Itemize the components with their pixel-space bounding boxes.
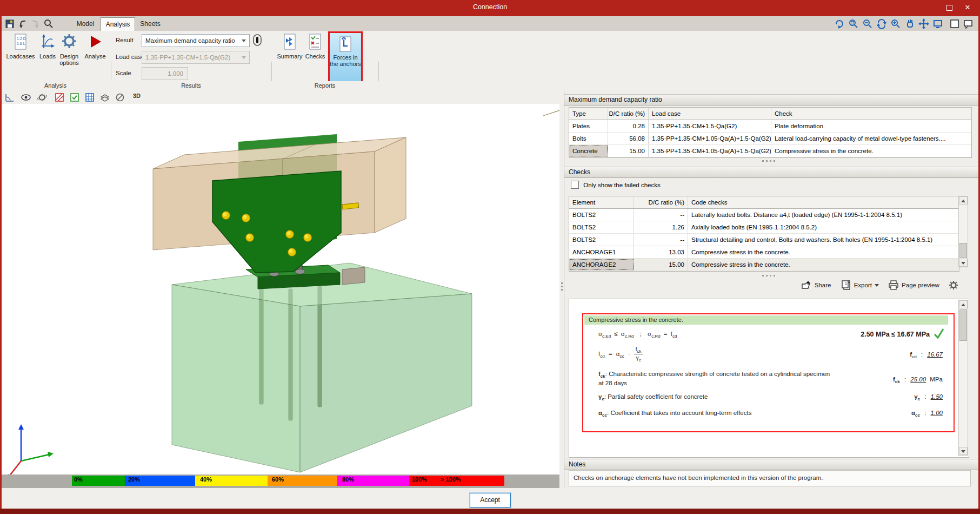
selected-cell[interactable]: Concrete <box>569 145 608 157</box>
stress-plot-icon[interactable] <box>54 92 65 103</box>
tab-analysis[interactable]: Analysis <box>101 17 135 31</box>
horizontal-splitter[interactable] <box>762 160 775 162</box>
checks-button[interactable]: Checks <box>304 32 326 60</box>
orbit-icon[interactable] <box>37 92 48 103</box>
report-settings-button[interactable] <box>949 280 958 290</box>
table-row[interactable]: BOLTS2 -- Laterally loaded bolts. Distan… <box>569 209 959 221</box>
redo-icon[interactable] <box>30 18 41 29</box>
gear-icon <box>949 280 958 290</box>
scale-input[interactable]: 1.000 <box>142 67 188 80</box>
export-label: Export <box>854 282 872 288</box>
tab-model[interactable]: Model <box>72 17 99 30</box>
scroll-up-button[interactable] <box>959 196 968 205</box>
horizontal-splitter[interactable] <box>762 275 775 277</box>
checks-table-header: Element D/C ratio (%) Code checks <box>569 196 959 209</box>
analyse-label: Analyse <box>84 53 105 60</box>
save-icon[interactable] <box>4 18 15 29</box>
tab-sheets[interactable]: Sheets <box>136 17 164 30</box>
report-preview[interactable]: Compressive stress in the concrete. σc,E… <box>569 299 969 458</box>
table-row-selected[interactable]: ANCHORAGE2 15.00 Compressive stress in t… <box>569 259 959 271</box>
table-row[interactable]: Bolts 56.08 1.35·PP+1.35·CM+1.05·Qa(A)+1… <box>569 133 971 145</box>
export-button[interactable]: Export <box>841 280 879 290</box>
column-header: Check <box>771 108 971 120</box>
load-case-dropdown[interactable]: 1.35·PP+1.35·CM+1.5·Qa(G2) <box>142 51 250 64</box>
share-button[interactable]: Share <box>801 280 831 290</box>
param-description: αcc: Coefficient that takes into account… <box>598 410 751 418</box>
results-side-panel: Maximum demand capacity ratio Type D/C r… <box>564 91 979 488</box>
check-result-value: 2.50 MPa ≤ 16.67 MPa <box>861 331 930 338</box>
checkbox[interactable] <box>571 181 579 189</box>
loads-button[interactable]: Loads <box>38 32 57 60</box>
comment-icon[interactable] <box>963 18 974 29</box>
layers-icon[interactable] <box>99 92 110 103</box>
scrollbar-thumb[interactable] <box>959 243 967 258</box>
share-label: Share <box>815 282 831 288</box>
checks-panel-header: Checks <box>564 167 979 178</box>
column-header: Type <box>569 108 608 120</box>
check-plot-icon[interactable] <box>69 92 80 103</box>
concrete-block <box>172 263 472 472</box>
table-row-selected[interactable]: Concrete 15.00 1.35·PP+1.35·CM+1.05·Qa(A… <box>569 145 971 157</box>
analysis-group-label: Analysis <box>0 82 111 89</box>
forces-in-anchors-button[interactable]: Forces in the anchors <box>328 31 363 83</box>
ratio-table-header: Type D/C ratio (%) Load case Check <box>569 108 971 120</box>
checks-icon <box>307 33 323 51</box>
scroll-down-button[interactable] <box>959 447 968 455</box>
load-case-field-label: Load case <box>116 54 144 60</box>
checks-label: Checks <box>305 53 325 60</box>
scroll-up-button[interactable] <box>959 300 968 308</box>
page-preview-button[interactable]: Page preview <box>888 280 939 290</box>
scrollbar-thumb[interactable] <box>959 309 967 341</box>
maximize-button[interactable] <box>941 1 957 14</box>
load-case-dropdown-value: 1.35·PP+1.35·CM+1.5·Qa(G2) <box>145 54 230 61</box>
mesh-grid-icon[interactable] <box>84 92 95 103</box>
vertical-splitter[interactable] <box>559 104 564 488</box>
refresh-view-icon[interactable] <box>876 18 887 29</box>
param-value: fck : 25.00 MPa <box>893 376 943 384</box>
report-scrollbar[interactable] <box>958 300 968 456</box>
table-row[interactable]: BOLTS2 1.26 Axially loaded bolts (EN 199… <box>569 221 959 234</box>
layout-window-icon[interactable] <box>949 18 960 29</box>
zoom-all-icon[interactable] <box>890 18 901 29</box>
scroll-down-button[interactable] <box>959 259 968 267</box>
loadcases-button[interactable]: 1.2 D1.6 L Loadcases <box>3 32 38 60</box>
table-row[interactable]: ANCHORAGE1 13.03 Compressive stress in t… <box>569 246 959 259</box>
zoom-window-icon[interactable] <box>848 18 859 29</box>
3d-view-icon[interactable]: 3D <box>133 93 141 99</box>
scale-input-value: 1.000 <box>168 70 183 77</box>
screen-icon[interactable] <box>932 18 943 29</box>
maximize-icon <box>946 5 952 11</box>
3d-viewport[interactable] <box>2 104 559 475</box>
failed-checks-filter[interactable]: Only show the failed checks <box>571 181 661 189</box>
forces-in-anchors-icon <box>338 36 352 52</box>
result-dropdown[interactable]: Maximum demand capacity ratio <box>142 34 250 47</box>
gear-icon <box>61 33 77 51</box>
table-row[interactable]: BOLTS2 -- Structural detailing and contr… <box>569 234 959 246</box>
ribbon: 1.2 D1.6 L Loadcases Loads Design option… <box>0 31 980 81</box>
checks-table: Element D/C ratio (%) Code checks BOLTS2… <box>569 196 959 272</box>
accept-button[interactable]: Accept <box>470 493 511 508</box>
fit-view-icon[interactable] <box>918 18 929 29</box>
notes-panel-header: Notes <box>564 459 979 470</box>
close-button[interactable]: × <box>959 1 976 14</box>
undo-icon[interactable] <box>17 18 28 29</box>
zoom-out-icon[interactable] <box>862 18 873 29</box>
analyse-button[interactable]: Analyse <box>82 32 108 60</box>
checks-table-scrollbar[interactable] <box>958 196 968 267</box>
titlebar: Connection × <box>0 0 980 16</box>
search-icon[interactable] <box>43 18 54 29</box>
pan-hand-icon[interactable] <box>904 18 915 29</box>
view-eye-icon[interactable] <box>21 92 31 103</box>
rotate-view-icon[interactable] <box>834 18 845 29</box>
summary-button[interactable]: Summary <box>276 32 304 60</box>
table-row[interactable]: Plates 0.28 1.35·PP+1.35·CM+1.5·Qa(G2) P… <box>569 120 971 133</box>
pass-check-icon <box>933 327 945 339</box>
extreme-values-toggle-icon[interactable] <box>252 34 263 47</box>
corner-line <box>543 105 559 116</box>
hide-elements-icon[interactable] <box>115 92 125 103</box>
selected-cell[interactable]: ANCHORAGE2 <box>569 259 634 271</box>
analyse-play-icon <box>87 33 103 51</box>
axes-measure-icon[interactable] <box>4 92 15 103</box>
column-header: Load case <box>649 108 771 120</box>
design-options-button[interactable]: Design options <box>56 32 82 66</box>
